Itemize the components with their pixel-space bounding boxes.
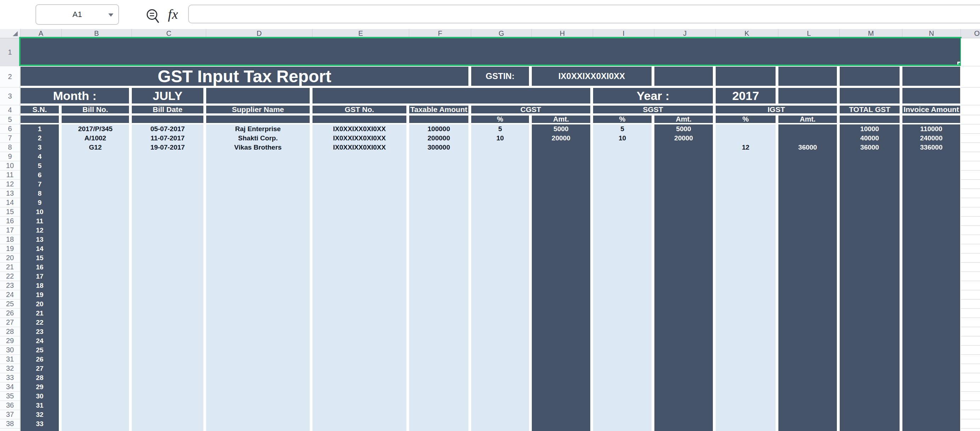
cell-total_gst-r23[interactable] bbox=[840, 281, 900, 290]
empty-cell[interactable] bbox=[902, 67, 960, 86]
cell-cgst_pct-r35[interactable] bbox=[471, 392, 529, 401]
cell-gst_no-r14[interactable] bbox=[312, 198, 406, 208]
cell-sgst_pct-r27[interactable] bbox=[593, 318, 652, 327]
cell-bill_no-r11[interactable] bbox=[62, 171, 129, 180]
cell-igst_pct-r25[interactable] bbox=[716, 300, 776, 309]
cell-total_gst-r12[interactable] bbox=[840, 180, 900, 189]
cell-bill_date-r37[interactable] bbox=[132, 410, 204, 419]
row-header-17[interactable]: 17 bbox=[0, 226, 20, 235]
cell-supplier-r7[interactable]: Shakti Corp. bbox=[206, 134, 310, 143]
cell-sn-r27[interactable]: 22 bbox=[21, 318, 59, 327]
cell-igst_amt-r25[interactable] bbox=[778, 300, 837, 309]
cell-igst_amt-r24[interactable] bbox=[778, 290, 837, 300]
cell-cgst_pct-r7[interactable]: 10 bbox=[471, 134, 529, 143]
cell-igst_amt-r26[interactable] bbox=[778, 309, 837, 318]
cell-bill_date-r19[interactable] bbox=[132, 244, 204, 254]
cell-invoice-r20[interactable] bbox=[902, 254, 960, 263]
cell-bill_date-r35[interactable] bbox=[132, 392, 204, 401]
cell-sgst_pct-r22[interactable] bbox=[593, 272, 652, 281]
cell-sgst_pct-r9[interactable] bbox=[593, 152, 652, 161]
cell-cgst_pct-r12[interactable] bbox=[471, 180, 529, 189]
cell-taxable-r19[interactable] bbox=[409, 244, 468, 254]
row-header-29[interactable]: 29 bbox=[0, 336, 20, 346]
row-header-23[interactable]: 23 bbox=[0, 281, 20, 290]
header-cgst[interactable]: CGST bbox=[471, 105, 590, 113]
cell-igst_pct-r34[interactable] bbox=[716, 382, 776, 392]
cell-supplier-r31[interactable] bbox=[206, 355, 310, 364]
cell-igst_pct-r8[interactable]: 12 bbox=[716, 143, 776, 152]
cell-cgst_pct-r6[interactable]: 5 bbox=[471, 125, 529, 134]
cell-sgst_pct-r36[interactable] bbox=[593, 401, 652, 410]
cell-sgst_amt-r13[interactable] bbox=[654, 189, 713, 198]
cell-sn-r11[interactable]: 6 bbox=[21, 171, 59, 180]
formula-input[interactable] bbox=[188, 5, 980, 23]
cell-cgst_amt-r23[interactable] bbox=[532, 281, 590, 290]
cell-supplier-r38[interactable] bbox=[206, 419, 310, 428]
cell-bill_no-r33[interactable] bbox=[62, 373, 129, 382]
cell-cgst_amt-r27[interactable] bbox=[532, 318, 590, 327]
cell-invoice-r11[interactable] bbox=[902, 171, 960, 180]
row-header-9[interactable]: 9 bbox=[0, 152, 20, 161]
cell-sn-r33[interactable]: 28 bbox=[21, 373, 59, 382]
cell-invoice-r35[interactable] bbox=[902, 392, 960, 401]
cell-taxable-r33[interactable] bbox=[409, 373, 468, 382]
cell-cgst_amt-r22[interactable] bbox=[532, 272, 590, 281]
cell-sgst_pct-r24[interactable] bbox=[593, 290, 652, 300]
column-header-B[interactable]: B bbox=[62, 29, 132, 38]
cell-sgst_pct-r19[interactable] bbox=[593, 244, 652, 254]
cell-sn-r26[interactable]: 21 bbox=[21, 309, 59, 318]
cell-igst_amt-r6[interactable] bbox=[778, 125, 837, 134]
cell-taxable-r28[interactable] bbox=[409, 327, 468, 336]
cell-taxable-r20[interactable] bbox=[409, 254, 468, 263]
search-formula-icon[interactable] bbox=[145, 8, 163, 24]
cell-total_gst-r37[interactable] bbox=[840, 410, 900, 419]
cell-supplier-r34[interactable] bbox=[206, 382, 310, 392]
cell-taxable-r6[interactable]: 100000 bbox=[409, 125, 468, 134]
cell-taxable-r17[interactable] bbox=[409, 226, 468, 235]
cell-igst_amt-r22[interactable] bbox=[778, 272, 837, 281]
cell-bill_no-r27[interactable] bbox=[62, 318, 129, 327]
cell-sgst_pct-r12[interactable] bbox=[593, 180, 652, 189]
row-header-26[interactable]: 26 bbox=[0, 309, 20, 318]
cell-igst_amt-r35[interactable] bbox=[778, 392, 837, 401]
cell-taxable-r9[interactable] bbox=[409, 152, 468, 161]
cell-bill_date-r16[interactable] bbox=[132, 217, 204, 226]
subheader-sgst-pct[interactable]: % bbox=[593, 115, 652, 123]
cell-taxable-r21[interactable] bbox=[409, 263, 468, 272]
cell-igst_amt-r34[interactable] bbox=[778, 382, 837, 392]
cell-gst_no-r21[interactable] bbox=[312, 263, 406, 272]
cell-igst_amt-r28[interactable] bbox=[778, 327, 837, 336]
row-header-6[interactable]: 6 bbox=[0, 125, 20, 134]
cell-total_gst-r8[interactable]: 36000 bbox=[840, 143, 900, 152]
cell-sgst_pct-r17[interactable] bbox=[593, 226, 652, 235]
row-header-11[interactable]: 11 bbox=[0, 171, 20, 180]
cell-bill_no-r21[interactable] bbox=[62, 263, 129, 272]
subheader-igst-pct[interactable]: % bbox=[716, 115, 776, 123]
cell-igst_amt-r17[interactable] bbox=[778, 226, 837, 235]
row-header-20[interactable]: 20 bbox=[0, 254, 20, 263]
cell-igst_amt-r16[interactable] bbox=[778, 217, 837, 226]
cell-gst_no-r11[interactable] bbox=[312, 171, 406, 180]
cell-bill_date-r27[interactable] bbox=[132, 318, 204, 327]
header-bill-no[interactable]: Bill No. bbox=[62, 105, 129, 113]
cell-igst_pct-r23[interactable] bbox=[716, 281, 776, 290]
cell-igst_amt-r27[interactable] bbox=[778, 318, 837, 327]
cell-sn-r21[interactable]: 16 bbox=[21, 263, 59, 272]
cell-igst_amt-r33[interactable] bbox=[778, 373, 837, 382]
cell-gst_no-r13[interactable] bbox=[312, 189, 406, 198]
cell-supplier-r11[interactable] bbox=[206, 171, 310, 180]
cell-sgst_pct-r32[interactable] bbox=[593, 364, 652, 373]
cell-taxable-r8[interactable]: 300000 bbox=[409, 143, 468, 152]
cell-cgst_amt-r11[interactable] bbox=[532, 171, 590, 180]
cell-cgst_amt-r32[interactable] bbox=[532, 364, 590, 373]
cell-bill_date-r32[interactable] bbox=[132, 364, 204, 373]
cell-igst_amt-r32[interactable] bbox=[778, 364, 837, 373]
cell-igst_pct-r30[interactable] bbox=[716, 346, 776, 355]
cell-sgst_amt-r24[interactable] bbox=[654, 290, 713, 300]
cell-taxable-r30[interactable] bbox=[409, 346, 468, 355]
cell-sn-r20[interactable]: 15 bbox=[21, 254, 59, 263]
cell-sgst_amt-r30[interactable] bbox=[654, 346, 713, 355]
cell-taxable-r13[interactable] bbox=[409, 189, 468, 198]
row-header-25[interactable]: 25 bbox=[0, 300, 20, 309]
column-header-D[interactable]: D bbox=[206, 29, 312, 38]
